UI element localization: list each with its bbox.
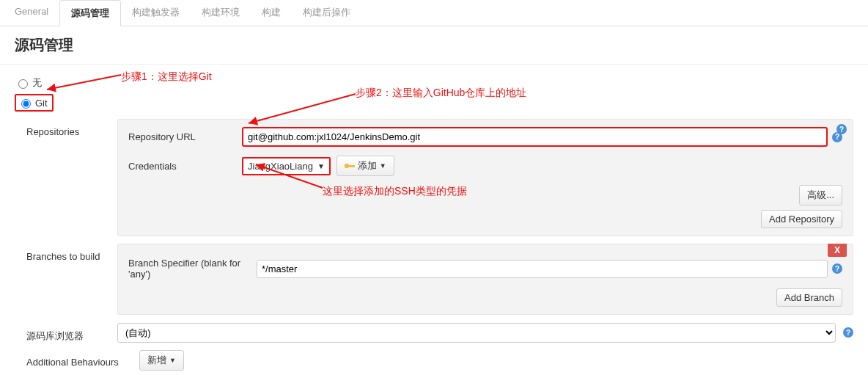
repo-url-input[interactable] [242,127,828,147]
additional-add-label: 新增 [147,354,166,367]
scm-radio-none[interactable] [18,79,28,89]
add-credentials-button[interactable]: 添加 ▼ [336,156,394,176]
help-icon[interactable]: ? [832,132,842,142]
repo-browser-select[interactable]: (自动) [117,323,836,343]
chevron-down-icon: ▼ [380,162,386,170]
add-repository-button[interactable]: Add Repository [761,210,842,228]
tab-triggers[interactable]: 构建触发器 [121,0,191,26]
scm-none-label: 无 [32,76,42,90]
scm-radio-git[interactable] [21,99,31,109]
credentials-label: Credentials [128,161,242,172]
tab-general[interactable]: General [4,0,59,26]
close-icon[interactable]: X [828,244,847,257]
key-icon [345,163,355,169]
credentials-value: JiangXiaoLiang [248,161,313,172]
advanced-button[interactable]: 高级... [799,185,842,205]
branches-block: X Branch Specifier (blank for 'any') ? A… [117,244,853,315]
chevron-down-icon: ▼ [169,357,176,364]
additional-label: Additional Behaviours [22,354,139,368]
help-icon[interactable]: ? [843,327,853,338]
config-tabs: General 源码管理 构建触发器 构建环境 构建 构建后操作 [0,0,868,26]
branch-specifier-input[interactable] [257,260,828,278]
tab-scm[interactable]: 源码管理 [59,0,121,26]
section-title: 源码管理 [0,26,868,65]
branch-specifier-label: Branch Specifier (blank for 'any') [128,258,257,280]
tab-env[interactable]: 构建环境 [191,0,251,26]
credentials-select[interactable]: JiangXiaoLiang ▼ [242,157,331,175]
repositories-block: ? Repository URL ? Credentials JiangXiao… [117,119,853,236]
branches-label: Branches to build [22,244,117,315]
repo-browser-label: 源码库浏览器 [22,322,117,343]
repositories-label: Repositories [22,119,117,236]
add-branch-button[interactable]: Add Branch [776,288,842,307]
chevron-down-icon: ▼ [317,162,325,170]
scm-git-label: Git [35,98,48,109]
tab-build[interactable]: 构建 [251,0,292,26]
repo-url-label: Repository URL [128,131,242,142]
add-label: 添加 [358,159,377,172]
tab-post[interactable]: 构建后操作 [292,0,361,26]
help-icon[interactable]: ? [832,263,842,274]
additional-add-button[interactable]: 新增 ▼ [139,350,184,371]
